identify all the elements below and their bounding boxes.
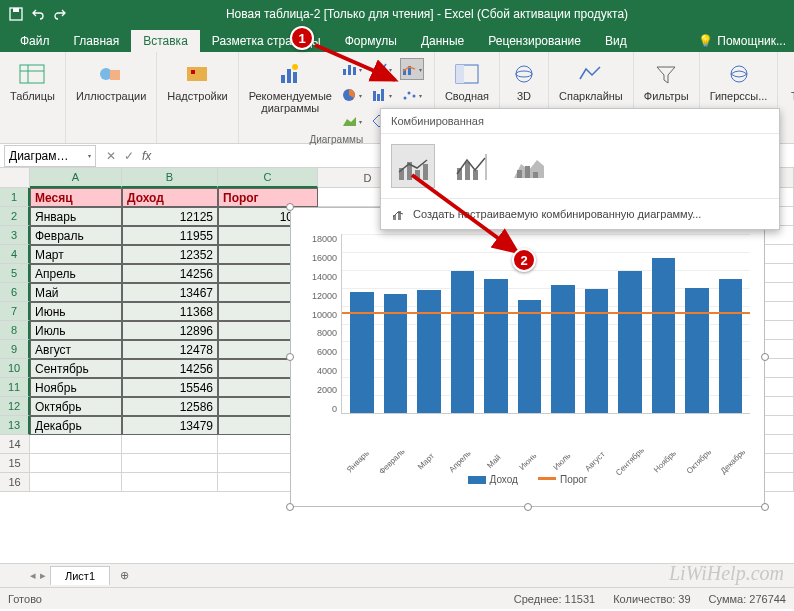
svg-rect-19 <box>373 91 376 101</box>
filters-button[interactable]: Фильтры <box>640 58 693 104</box>
tables-button[interactable]: Таблицы <box>6 58 59 104</box>
table-cell[interactable]: 12896 <box>122 321 218 340</box>
save-icon[interactable] <box>8 6 24 22</box>
tab-home[interactable]: Главная <box>62 30 132 52</box>
tab-file[interactable]: Файл <box>8 30 62 52</box>
table-cell[interactable]: Июль <box>30 321 122 340</box>
svg-point-12 <box>292 64 298 70</box>
table-cell[interactable] <box>30 473 122 492</box>
add-sheet-button[interactable]: ⊕ <box>114 566 134 586</box>
tab-view[interactable]: Вид <box>593 30 639 52</box>
row-header[interactable]: 15 <box>0 454 30 473</box>
chart-bar <box>484 279 508 413</box>
row-header[interactable]: 7 <box>0 302 30 321</box>
chevron-down-icon: ▾ <box>88 152 91 159</box>
chart-bar <box>350 292 374 413</box>
row-header[interactable]: 8 <box>0 321 30 340</box>
table-cell[interactable]: Февраль <box>30 226 122 245</box>
undo-icon[interactable] <box>30 6 46 22</box>
table-cell[interactable]: Декабрь <box>30 416 122 435</box>
table-cell[interactable]: 11955 <box>122 226 218 245</box>
status-bar: Готово Среднее: 11531 Количество: 39 Сум… <box>0 587 794 609</box>
table-cell[interactable] <box>30 454 122 473</box>
row-header[interactable]: 4 <box>0 245 30 264</box>
sheet-nav-next[interactable]: ▸ <box>40 569 46 582</box>
sheet-tab-1[interactable]: Лист1 <box>50 566 110 585</box>
chart-bar <box>451 271 475 413</box>
table-cell[interactable]: 14256 <box>122 359 218 378</box>
row-header[interactable]: 12 <box>0 397 30 416</box>
chart-bar <box>685 288 709 413</box>
col-header-C[interactable]: C <box>218 168 318 188</box>
table-cell[interactable]: 11368 <box>122 302 218 321</box>
table-cell[interactable]: Март <box>30 245 122 264</box>
table-cell[interactable]: Июнь <box>30 302 122 321</box>
table-cell[interactable]: Май <box>30 283 122 302</box>
select-all-corner[interactable] <box>0 168 30 188</box>
hyperlink-button[interactable]: Гиперссы... <box>706 58 772 104</box>
table-cell[interactable]: 14256 <box>122 264 218 283</box>
table-cell[interactable]: 13479 <box>122 416 218 435</box>
tab-insert[interactable]: Вставка <box>131 30 200 52</box>
redo-icon[interactable] <box>52 6 68 22</box>
row-header[interactable]: 2 <box>0 207 30 226</box>
3d-button[interactable]: 3D <box>506 58 542 104</box>
table-cell[interactable]: 12352 <box>122 245 218 264</box>
col-header-B[interactable]: B <box>122 168 218 188</box>
help-box[interactable]: 💡Помощник... <box>690 30 794 52</box>
x-axis-label: Сентябрь <box>614 446 646 478</box>
svg-point-23 <box>408 92 411 95</box>
table-cell[interactable]: Ноябрь <box>30 378 122 397</box>
name-box[interactable]: Диаграм…▾ <box>4 145 96 167</box>
row-header[interactable]: 13 <box>0 416 30 435</box>
fx-icon[interactable]: fx <box>142 149 151 163</box>
table-cell[interactable]: Порог <box>218 188 318 207</box>
text-button[interactable]: AТекс <box>784 58 794 104</box>
cancel-icon[interactable]: ✕ <box>106 149 116 163</box>
sheet-nav-prev[interactable]: ◂ <box>30 569 36 582</box>
row-header[interactable]: 16 <box>0 473 30 492</box>
svg-point-24 <box>413 95 416 98</box>
table-cell[interactable]: Доход <box>122 188 218 207</box>
illustrations-button[interactable]: Иллюстрации <box>72 58 150 104</box>
chart-bar <box>618 271 642 413</box>
x-axis-label: Январь <box>343 446 373 476</box>
callout-2: 2 <box>512 248 536 272</box>
col-header-A[interactable]: A <box>30 168 122 188</box>
table-cell[interactable]: Октябрь <box>30 397 122 416</box>
table-cell[interactable] <box>30 435 122 454</box>
table-icon <box>18 60 46 88</box>
x-axis-label: Февраль <box>377 446 407 476</box>
addins-button[interactable]: Надстройки <box>163 58 231 104</box>
area-chart-btn[interactable]: ▾ <box>340 110 364 132</box>
table-cell[interactable]: Апрель <box>30 264 122 283</box>
tab-data[interactable]: Данные <box>409 30 476 52</box>
table-cell[interactable]: 13467 <box>122 283 218 302</box>
status-ready: Готово <box>8 593 42 605</box>
row-header[interactable]: 14 <box>0 435 30 454</box>
table-cell[interactable]: Январь <box>30 207 122 226</box>
row-header[interactable]: 9 <box>0 340 30 359</box>
confirm-icon[interactable]: ✓ <box>124 149 134 163</box>
callout-1: 1 <box>290 26 314 50</box>
table-cell[interactable]: 12478 <box>122 340 218 359</box>
table-cell[interactable]: Месяц <box>30 188 122 207</box>
table-cell[interactable]: 12125 <box>122 207 218 226</box>
table-cell[interactable] <box>122 473 218 492</box>
tab-review[interactable]: Рецензирование <box>476 30 593 52</box>
sparklines-button[interactable]: Спарклайны <box>555 58 627 104</box>
table-cell[interactable] <box>122 454 218 473</box>
row-header[interactable]: 6 <box>0 283 30 302</box>
table-cell[interactable] <box>122 435 218 454</box>
table-cell[interactable]: 12586 <box>122 397 218 416</box>
pivot-button[interactable]: Сводная <box>441 58 493 104</box>
row-header[interactable]: 10 <box>0 359 30 378</box>
row-header[interactable]: 1 <box>0 188 30 207</box>
chart-bar <box>719 279 743 413</box>
table-cell[interactable]: Август <box>30 340 122 359</box>
row-header[interactable]: 3 <box>0 226 30 245</box>
table-cell[interactable]: Сентябрь <box>30 359 122 378</box>
row-header[interactable]: 11 <box>0 378 30 397</box>
table-cell[interactable]: 15546 <box>122 378 218 397</box>
row-header[interactable]: 5 <box>0 264 30 283</box>
